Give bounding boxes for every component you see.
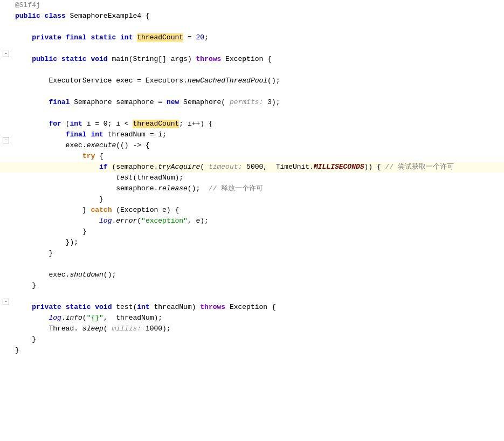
code-line-content: } catch (Exception e) { <box>13 205 504 216</box>
code-line-content: @Slf4j <box>13 0 504 11</box>
code-line: - private static void test(int threadNum… <box>0 302 504 313</box>
code-line: } <box>0 345 504 356</box>
code-token: MILLISECONDS <box>314 163 364 171</box>
code-token: log <box>49 314 61 322</box>
fold-icon[interactable]: - <box>3 299 9 305</box>
code-line-content: public class SemaphoreExample4 { <box>13 11 504 22</box>
code-line-content: } <box>13 226 504 237</box>
highlighted-variable: threadCount <box>133 120 179 128</box>
code-token: execute <box>87 141 116 149</box>
code-token: "exception" <box>141 217 188 225</box>
code-line: final int threadNum = i; <box>0 129 504 140</box>
code-token: for <box>49 120 61 128</box>
code-token: throws <box>200 303 225 311</box>
code-line-content: ExecutorService exec = Executors.newCach… <box>13 75 504 86</box>
code-line: } <box>0 280 504 291</box>
code-line <box>0 291 504 302</box>
code-token: timeout: <box>209 163 242 171</box>
code-token: if <box>99 163 108 171</box>
code-token: catch <box>91 206 112 214</box>
code-token: millis: <box>112 325 141 333</box>
code-token: public class <box>15 12 66 20</box>
code-token: tryAcquire <box>158 163 200 171</box>
code-token: int <box>70 120 82 128</box>
code-line <box>0 259 504 270</box>
code-token: int <box>137 303 149 311</box>
code-line-content <box>13 22 504 32</box>
code-line: if (semaphore.tryAcquire( timeout: 5000,… <box>0 162 504 173</box>
code-line-content <box>13 43 504 54</box>
code-line-content: try { <box>13 151 504 162</box>
code-line-content <box>13 259 504 270</box>
code-line-content: semaphore.release(); // 释放一个许可 <box>13 183 504 194</box>
code-line: try { <box>0 151 504 162</box>
fold-icon[interactable]: - <box>3 137 9 143</box>
code-line-content: final int threadNum = i; <box>13 129 504 140</box>
code-line-content: } <box>13 334 504 345</box>
code-token: permits: <box>230 98 263 106</box>
code-token: "{}" <box>87 314 103 322</box>
code-token: release <box>158 184 188 192</box>
code-line: @Slf4j <box>0 0 504 11</box>
code-line-content: for (int i = 0; i < threadCount; i++) { <box>13 119 504 129</box>
code-line-content: if (semaphore.tryAcquire( timeout: 5000,… <box>13 162 504 173</box>
code-token: sleep <box>82 325 103 333</box>
code-line: public class SemaphoreExample4 { <box>0 11 504 22</box>
code-line-content <box>13 291 504 302</box>
code-line: } <box>0 226 504 237</box>
code-line-content: exec.shutdown(); <box>13 270 504 280</box>
code-line: ExecutorService exec = Executors.newCach… <box>0 75 504 86</box>
code-token: public static void <box>32 55 107 63</box>
code-line-content: } <box>13 280 504 291</box>
code-line-content: private final static int threadCount = 2… <box>13 32 504 43</box>
code-line: for (int i = 0; i < threadCount; i++) { <box>0 119 504 129</box>
code-token: try <box>82 152 95 160</box>
code-line-content <box>13 65 504 75</box>
code-line-content: private static void test(int threadNum) … <box>13 302 504 313</box>
code-line-content: Thread. sleep( millis: 1000); <box>13 323 504 334</box>
code-line: final Semaphore semaphore = new Semaphor… <box>0 97 504 108</box>
code-line-content: } <box>13 194 504 205</box>
code-line: test(threadNum); <box>0 173 504 183</box>
code-line <box>0 22 504 32</box>
code-line: - public static void main(String[] args)… <box>0 54 504 65</box>
code-editor: @Slf4jpublic class SemaphoreExample4 { p… <box>0 0 504 441</box>
code-line-content: } <box>13 345 504 356</box>
code-token: newCachedThreadPool <box>188 77 267 85</box>
code-token: // 释放一个许可 <box>209 184 263 192</box>
code-line: }); <box>0 237 504 248</box>
code-line: } catch (Exception e) { <box>0 205 504 216</box>
code-line-content: }); <box>13 237 504 248</box>
code-token: test <box>116 174 133 182</box>
code-token: 20 <box>196 33 205 42</box>
code-line: - exec.execute(() -> { <box>0 140 504 151</box>
code-line-content <box>13 108 504 119</box>
code-token: throws <box>196 55 221 63</box>
code-line-content: test(threadNum); <box>13 173 504 183</box>
code-line <box>0 43 504 54</box>
code-line-content: log.error("exception", e); <box>13 216 504 226</box>
code-line: exec.shutdown(); <box>0 270 504 280</box>
code-token: final <box>49 98 70 106</box>
code-line: log.info("{}", threadNum); <box>0 313 504 323</box>
code-line: semaphore.release(); // 释放一个许可 <box>0 183 504 194</box>
code-line: } <box>0 334 504 345</box>
code-line-content: final Semaphore semaphore = new Semaphor… <box>13 97 504 108</box>
code-line-content: log.info("{}", threadNum); <box>13 313 504 323</box>
fold-icon[interactable]: - <box>3 51 9 57</box>
code-token: @Slf4j <box>15 1 40 9</box>
code-line-content: exec.execute(() -> { <box>13 140 504 151</box>
highlighted-variable: threadCount <box>137 33 183 42</box>
code-line: } <box>0 248 504 259</box>
code-token: error <box>116 217 137 225</box>
code-line-content: } <box>13 248 504 259</box>
code-line: private final static int threadCount = 2… <box>0 32 504 43</box>
code-line <box>0 65 504 75</box>
code-token: private final static int <box>32 33 133 42</box>
code-token: shutdown <box>70 271 103 279</box>
code-token: private static void <box>32 303 112 311</box>
code-token: info <box>66 314 82 322</box>
code-line-content: public static void main(String[] args) t… <box>13 54 504 65</box>
code-line <box>0 86 504 97</box>
code-line: log.error("exception", e); <box>0 216 504 226</box>
